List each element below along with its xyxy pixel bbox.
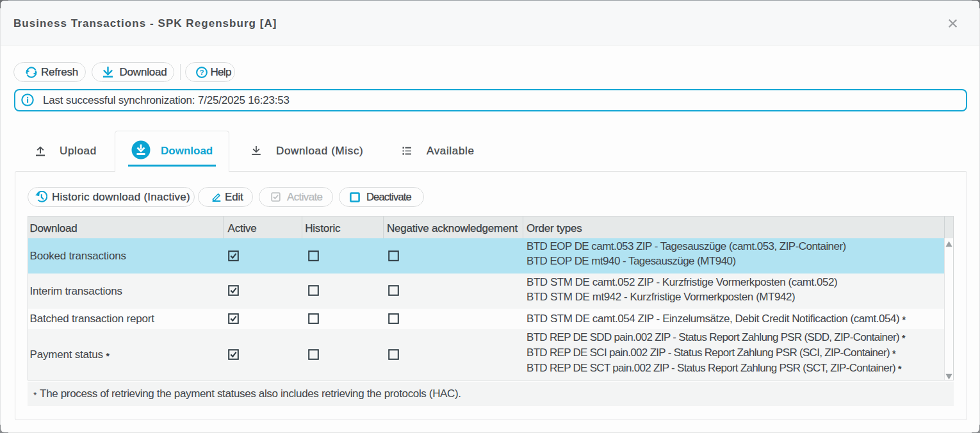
svg-text:?: ? [200,69,204,76]
